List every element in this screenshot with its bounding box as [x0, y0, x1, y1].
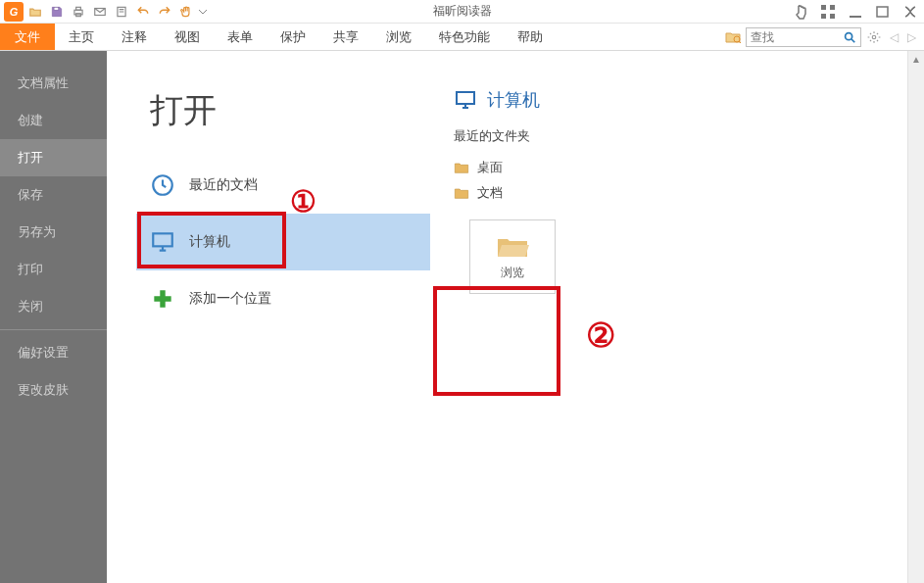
- svg-rect-15: [153, 233, 172, 246]
- browse-label: 浏览: [501, 265, 524, 281]
- folder-icon: [454, 161, 469, 174]
- scroll-up-icon[interactable]: ▲: [908, 51, 924, 68]
- option-computer[interactable]: 计算机: [136, 214, 430, 270]
- open-icon[interactable]: [25, 2, 45, 22]
- option-recent-documents[interactable]: 最近的文档: [136, 157, 430, 214]
- email-icon[interactable]: [90, 2, 110, 22]
- qat-dropdown-icon[interactable]: [198, 2, 208, 22]
- minimize-icon[interactable]: [848, 4, 863, 20]
- svg-rect-6: [821, 5, 826, 10]
- folder-label: 文档: [477, 184, 503, 202]
- vertical-scrollbar[interactable]: ▲: [907, 51, 924, 583]
- monitor-icon: [150, 229, 175, 255]
- redo-icon[interactable]: [155, 2, 174, 22]
- panel-heading-label: 计算机: [487, 88, 540, 112]
- save-icon[interactable]: [47, 2, 67, 22]
- search-input[interactable]: [751, 30, 843, 44]
- folder-desktop[interactable]: 桌面: [454, 155, 924, 180]
- app-logo: G: [4, 2, 24, 22]
- folder-label: 桌面: [477, 159, 503, 176]
- page-title: 打开: [107, 51, 430, 157]
- svg-rect-9: [830, 14, 835, 19]
- maximize-icon[interactable]: [875, 4, 891, 20]
- sidebar-item-preferences[interactable]: 偏好设置: [0, 334, 107, 371]
- svg-rect-0: [54, 7, 59, 10]
- form-icon[interactable]: [112, 2, 131, 22]
- open-options-panel: 打开 最近的文档 计算机 添加一个位置: [107, 51, 430, 583]
- sidebar-item-properties[interactable]: 文档属性: [0, 65, 107, 102]
- panel-heading: 计算机: [454, 88, 924, 112]
- svg-rect-16: [457, 92, 474, 104]
- quick-access-toolbar: G 福昕阅读器: [0, 0, 924, 24]
- sidebar-item-print[interactable]: 打印: [0, 251, 107, 288]
- tab-comment[interactable]: 注释: [108, 24, 161, 50]
- svg-point-13: [872, 35, 876, 39]
- tab-extras[interactable]: 特色功能: [425, 24, 504, 50]
- svg-rect-8: [821, 14, 826, 19]
- nav-next-icon[interactable]: ▷: [904, 30, 918, 44]
- backstage-view: 文档属性 创建 打开 保存 另存为 打印 关闭 偏好设置 更改皮肤 打开 最近的…: [0, 51, 924, 583]
- search-icon[interactable]: [843, 30, 856, 44]
- tab-browse[interactable]: 浏览: [372, 24, 425, 50]
- sidebar-item-skin[interactable]: 更改皮肤: [0, 371, 107, 409]
- hand-icon[interactable]: [176, 2, 196, 22]
- undo-icon[interactable]: [133, 2, 153, 22]
- settings-icon[interactable]: [865, 30, 883, 44]
- svg-rect-10: [877, 7, 888, 17]
- option-label: 添加一个位置: [189, 290, 271, 308]
- ribbon-options-icon[interactable]: [820, 4, 836, 20]
- plus-icon: [150, 286, 175, 312]
- option-add-location[interactable]: 添加一个位置: [136, 270, 430, 327]
- tab-form[interactable]: 表单: [214, 24, 267, 50]
- sidebar-item-save[interactable]: 保存: [0, 176, 107, 214]
- option-label: 计算机: [189, 233, 230, 251]
- tab-share[interactable]: 共享: [319, 24, 372, 50]
- browse-button[interactable]: 浏览: [469, 219, 556, 294]
- close-icon[interactable]: [902, 4, 918, 20]
- sidebar-item-close[interactable]: 关闭: [0, 288, 107, 325]
- tab-help[interactable]: 帮助: [504, 24, 557, 50]
- sidebar-item-create[interactable]: 创建: [0, 102, 107, 139]
- tab-home[interactable]: 主页: [55, 24, 108, 50]
- nav-prev-icon[interactable]: ◁: [887, 30, 900, 44]
- svg-rect-7: [830, 5, 835, 10]
- print-icon[interactable]: [69, 2, 88, 22]
- sidebar-item-open[interactable]: 打开: [0, 139, 107, 176]
- svg-rect-2: [76, 7, 81, 10]
- backstage-sidebar: 文档属性 创建 打开 保存 另存为 打印 关闭 偏好设置 更改皮肤: [0, 51, 107, 583]
- recent-folders-label: 最近的文件夹: [454, 127, 924, 145]
- svg-point-12: [846, 32, 852, 39]
- window-controls: [793, 0, 918, 24]
- touch-mode-icon[interactable]: [793, 4, 808, 20]
- tab-view[interactable]: 视图: [161, 24, 214, 50]
- sidebar-separator: [0, 329, 107, 330]
- folder-icon: [454, 186, 469, 200]
- folder-open-icon: [496, 233, 529, 259]
- search-box[interactable]: [746, 27, 861, 47]
- folder-documents[interactable]: 文档: [454, 180, 924, 206]
- ribbon-tabs: 文件 主页 注释 视图 表单 保护 共享 浏览 特色功能 帮助 ◁ ▷: [0, 24, 924, 51]
- find-folder-icon[interactable]: [724, 28, 742, 46]
- tab-protect[interactable]: 保护: [267, 24, 319, 50]
- option-label: 最近的文档: [189, 176, 258, 194]
- sidebar-item-saveas[interactable]: 另存为: [0, 214, 107, 251]
- open-details-panel: 计算机 最近的文件夹 桌面 文档 浏览: [430, 51, 924, 583]
- monitor-icon: [454, 88, 477, 112]
- file-tab[interactable]: 文件: [0, 24, 55, 50]
- clock-icon: [150, 172, 175, 198]
